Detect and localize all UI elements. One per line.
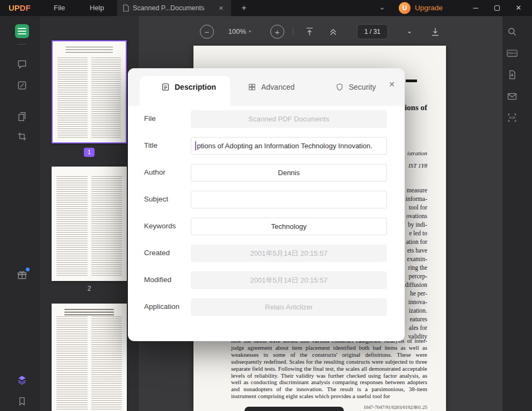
rail-divider — [17, 44, 27, 45]
page-body-fragments: measure informa- tool for ovations by in… — [405, 186, 427, 341]
page-thumbnail-3[interactable] — [52, 304, 127, 411]
title-label: Title — [144, 141, 157, 149]
dialog-tab-header: Description Advanced Security ✕ — [128, 68, 405, 106]
comment-icon[interactable] — [16, 57, 28, 70]
page-meta-fragment: istration — [407, 150, 427, 156]
titlebar: UPDF File Help Scanned P...Documents ✕ +… — [0, 0, 532, 16]
field-row-keywords: Keywords Technology — [128, 218, 405, 235]
keywords-label: Keywords — [144, 222, 176, 230]
crop-icon[interactable] — [16, 130, 28, 143]
bookmark-icon[interactable] — [16, 395, 28, 408]
maximize-icon — [494, 5, 500, 11]
text-caret — [195, 141, 196, 150]
page-indicator[interactable]: 1 / 31 — [357, 24, 388, 39]
tab-security[interactable]: Security — [335, 68, 376, 106]
zoom-level-value: 100% — [228, 27, 246, 35]
tab-description-label: Description — [175, 83, 216, 91]
zoom-in-button[interactable]: + — [270, 25, 284, 39]
field-row-created: Created 2001年5月14日 20:15:57 — [128, 244, 405, 262]
created-field: 2001年5月14日 20:15:57 — [191, 244, 387, 262]
zoom-out-button[interactable]: − — [200, 25, 214, 39]
description-icon — [161, 83, 170, 91]
page-meta-fragment: IST 1Y8 — [408, 162, 427, 169]
document-tab-title: Scanned P...Documents — [133, 4, 217, 12]
field-row-subject: Subject — [128, 191, 405, 208]
tab-description[interactable]: Description — [161, 68, 216, 106]
advanced-icon — [248, 83, 256, 91]
security-shield-icon — [335, 83, 344, 91]
menu-file[interactable]: File — [54, 4, 65, 12]
thumbnail-panel-icon[interactable] — [15, 24, 29, 38]
tab-advanced-label: Advanced — [261, 83, 294, 91]
zoom-level-dropdown[interactable]: 100% ▾ — [224, 27, 256, 35]
page-thumbnail-2[interactable] — [52, 167, 127, 281]
zoom-caret-icon: ▾ — [249, 29, 251, 34]
subject-field[interactable] — [191, 191, 387, 208]
application-field: Relais Articlizer — [191, 298, 387, 316]
svg-text:PDF/A: PDF/A — [508, 52, 516, 55]
new-tab-button[interactable]: + — [238, 2, 250, 14]
created-label: Created — [144, 249, 170, 257]
tab-security-label: Security — [349, 83, 376, 91]
application-label: Application — [144, 302, 179, 311]
modified-label: Modified — [144, 276, 171, 284]
page-title-fragment: ions of — [405, 103, 427, 112]
title-field[interactable]: ptions of Adopting an Information Techno… — [191, 137, 387, 155]
window-minimize-button[interactable]: ─ — [466, 0, 485, 16]
page-1-badge: 1 — [84, 148, 95, 157]
right-tool-rail: PDF/A OCR — [502, 16, 532, 411]
thumb-1-text — [57, 57, 121, 138]
document-properties-dialog: Description Advanced Security ✕ File Sca… — [128, 68, 405, 341]
page-list-chevron-icon[interactable]: ⌄ — [406, 26, 413, 35]
gift-icon[interactable] — [16, 269, 28, 282]
field-row-author: Author Dennis — [128, 164, 405, 182]
title-field-value: ptions of Adopting an Information Techno… — [197, 142, 372, 150]
author-field[interactable]: Dennis — [191, 164, 387, 182]
mail-icon[interactable] — [506, 90, 519, 103]
thumb-3-heading — [64, 309, 114, 315]
keywords-field[interactable]: Technology — [191, 218, 387, 235]
search-icon[interactable] — [506, 25, 519, 38]
page-heading-rule — [406, 80, 417, 82]
pdfa-icon[interactable]: PDF/A — [506, 47, 519, 60]
subject-label: Subject — [144, 195, 168, 203]
updf-logo: UPDF — [9, 3, 31, 12]
edit-icon[interactable] — [16, 79, 28, 92]
gift-notification-dot — [26, 268, 30, 271]
modified-field: 2001年5月14日 20:15:57 — [191, 271, 387, 289]
tabs-chevron-icon[interactable]: ⌄ — [376, 2, 388, 14]
upgrade-link[interactable]: Upgrade — [415, 4, 443, 12]
author-label: Author — [144, 168, 166, 176]
previous-page-icon[interactable] — [328, 26, 339, 37]
menu-help[interactable]: Help — [90, 4, 104, 12]
field-row-file: File Scanned PDF Documents — [128, 110, 405, 128]
left-tool-rail — [0, 16, 40, 411]
svg-text:OCR: OCR — [509, 116, 515, 119]
page-footer-code: 1047-7047/91/0203/0192/$01.25 — [363, 405, 427, 410]
floating-bottom-toolbar[interactable] — [245, 407, 344, 411]
thumb-1-heading — [66, 47, 113, 53]
document-icon — [123, 4, 129, 12]
export-page-icon[interactable] — [506, 68, 519, 81]
window-maximize-button[interactable] — [488, 0, 506, 16]
page-thumbnail-1[interactable] — [52, 40, 127, 143]
layers-icon[interactable] — [16, 373, 28, 386]
go-to-top-icon[interactable] — [304, 26, 315, 37]
ocr-icon[interactable]: OCR — [506, 111, 519, 124]
updf-app-window: UPDF File Help Scanned P...Documents ✕ +… — [0, 0, 532, 411]
document-tab[interactable]: Scanned P...Documents ✕ — [117, 0, 231, 16]
window-close-button[interactable]: ✕ — [509, 0, 528, 16]
page-2-label: 2 — [52, 285, 127, 292]
thumbnail-panel: 1 2 — [40, 16, 139, 411]
field-row-application: Application Relais Articlizer — [128, 298, 405, 316]
thumb-3-text — [56, 316, 122, 411]
user-avatar[interactable]: U — [399, 2, 411, 14]
field-row-modified: Modified 2001年5月14日 20:15:57 — [128, 271, 405, 289]
go-to-bottom-icon[interactable] — [430, 26, 441, 37]
thumb-2-text — [56, 176, 122, 277]
dialog-close-button[interactable]: ✕ — [386, 79, 397, 90]
tab-close-icon[interactable]: ✕ — [217, 4, 226, 13]
file-label: File — [144, 114, 156, 122]
tab-advanced[interactable]: Advanced — [248, 68, 294, 106]
pages-icon[interactable] — [16, 110, 28, 123]
